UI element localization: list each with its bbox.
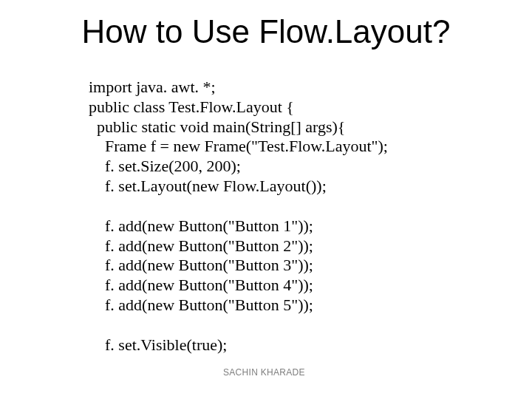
code-block: import java. awt. *; public class Test.F… [89, 78, 502, 355]
attribution: SACHIN KHARADE [223, 367, 305, 378]
code-line: f. set.Size(200, 200); [89, 157, 241, 175]
slide-title: How to Use Flow.Layout? [0, 13, 532, 50]
code-line: f. add(new Button("Button 1")); [89, 216, 313, 235]
code-line: f. add(new Button("Button 5")); [89, 296, 313, 314]
code-line: f. add(new Button("Button 4")); [89, 276, 313, 294]
code-line: public static void main(String[] args){ [89, 117, 345, 136]
code-line: Frame f = new Frame("Test.Flow.Layout"); [89, 137, 388, 155]
code-line: f. set.Visible(true); [89, 335, 227, 354]
code-line: public class Test.Flow.Layout { [89, 98, 294, 116]
code-line: import java. awt. *; [89, 78, 216, 96]
code-line: f. add(new Button("Button 2")); [89, 236, 313, 255]
code-line: f. set.Layout(new Flow.Layout()); [89, 177, 327, 195]
code-line: f. add(new Button("Button 3")); [89, 256, 313, 274]
slide: How to Use Flow.Layout? import java. awt… [0, 0, 532, 399]
